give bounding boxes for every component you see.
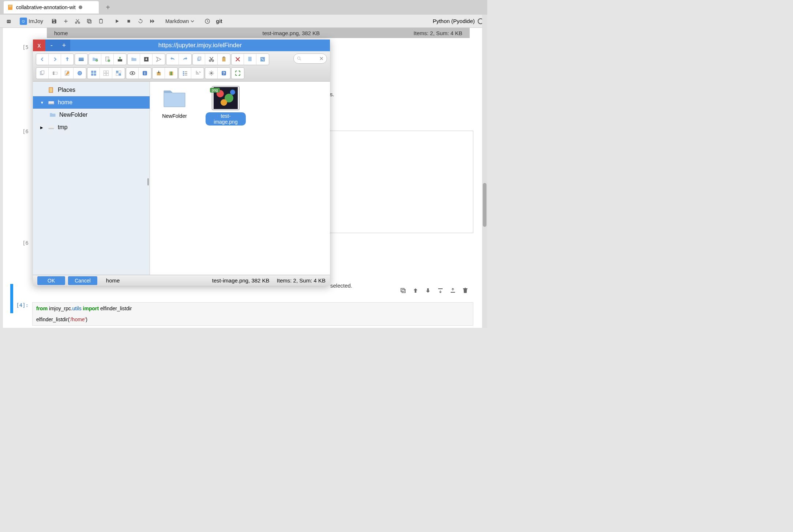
elfinder-sidebar: Places ▼ home NewFolder ▶ tmp [33,82,150,275]
cell-prompt: [6 [10,240,32,246]
hide-button[interactable] [256,54,269,65]
scrollbar-track[interactable] [482,15,487,328]
select-none-button[interactable] [100,68,112,79]
delete-button[interactable] [232,54,244,65]
places-header[interactable]: Places [33,84,150,96]
status-file: test-image.png, 382 KB [212,277,270,284]
cut-button[interactable] [72,16,83,26]
preview-button[interactable] [126,68,139,79]
move-down-button[interactable] [424,286,432,295]
tab-active[interactable]: collabrative-annotation-wit [4,1,99,14]
status-path: home [106,277,120,284]
duplicate-cell-button[interactable] [399,286,407,295]
tree-item-home[interactable]: ▼ home [33,96,150,109]
empty-button[interactable] [244,54,256,65]
tree-expand-icon[interactable]: ▶ [40,125,45,130]
paste-ef-button[interactable] [218,54,230,65]
svg-rect-23 [118,59,122,61]
up-button[interactable] [61,54,74,65]
status-summary: Items: 2, Sum: 4 KB [277,277,326,284]
fullscreen-button[interactable] [232,68,244,79]
undo-button[interactable] [166,54,179,65]
svg-rect-1 [9,5,12,6]
maximize-button[interactable]: + [58,40,70,51]
copy-button[interactable] [84,16,94,26]
archive-button[interactable] [165,68,177,79]
drive-icon [48,124,55,131]
cell-type-dropdown[interactable]: Markdown [163,18,196,24]
cancel-button[interactable]: Cancel [68,276,97,285]
run-button[interactable] [112,16,122,26]
forward-button[interactable] [49,54,61,65]
elfinder-content[interactable]: NewFolder png test-image.png [150,82,330,275]
tree-item-newfolder[interactable]: NewFolder [33,109,150,121]
svg-rect-11 [100,19,102,20]
run-all-button[interactable] [147,16,157,26]
insert-below-button[interactable] [448,286,457,295]
elfinder-dialog: x - + https://jupyter.imjoy.io/elFinder [33,40,330,286]
scrollbar-thumb[interactable] [483,183,486,227]
rename-button[interactable] [49,68,61,79]
tree-item-tmp[interactable]: ▶ tmp [33,121,150,134]
view-list-button[interactable] [179,68,191,79]
tree-expand-icon[interactable]: ▼ [40,101,45,105]
svg-rect-30 [223,57,225,58]
clear-search-button[interactable]: ✕ [319,56,324,61]
insert-above-button[interactable] [436,286,445,295]
svg-rect-50 [119,74,121,76]
new-folder-button[interactable] [89,54,101,65]
kernel-name[interactable]: Python (Pyodide) [433,18,475,24]
sort-button[interactable]: AZ [191,68,204,79]
svg-rect-73 [49,128,54,129]
info-button[interactable]: i [139,68,151,79]
obscured-status-strip: home test-image.png, 382 KB Items: 2, Su… [47,28,470,38]
stop-button[interactable] [124,16,134,26]
copy-ef-button[interactable] [193,54,205,65]
imjoy-button[interactable]: ☺ ImJoy [20,18,43,25]
select-all-button[interactable] [87,68,100,79]
download-button[interactable] [140,54,153,65]
redo-button[interactable] [179,54,191,65]
save-button[interactable] [49,16,59,26]
svg-point-33 [297,57,300,59]
move-up-button[interactable] [411,286,420,295]
cut-ef-button[interactable] [205,54,218,65]
svg-rect-69 [49,88,52,92]
robot-icon[interactable] [4,16,14,26]
svg-rect-35 [41,71,44,74]
delete-cell-button[interactable] [461,286,470,295]
add-tab-button[interactable]: + [102,2,113,13]
duplicate-button[interactable] [36,68,49,79]
clock-icon[interactable] [202,16,213,26]
upload-button[interactable] [114,54,126,65]
netmount-button[interactable] [75,54,87,65]
paste-button[interactable] [96,16,106,26]
code-cell[interactable]: from imjoy_rpc.utils import elfinder_lis… [32,302,473,326]
preferences-button[interactable] [205,68,218,79]
close-button[interactable]: x [33,40,45,51]
resize-button[interactable] [74,68,86,79]
select-invert-button[interactable] [112,68,125,79]
svg-rect-39 [91,71,93,73]
svg-point-65 [210,72,213,74]
restart-button[interactable] [135,16,146,26]
sidebar-resize-handle[interactable] [147,178,149,186]
svg-rect-14 [401,288,404,292]
git-button[interactable]: git [214,18,225,24]
minimize-button[interactable]: - [45,40,58,51]
open-button[interactable] [128,54,140,65]
help-button[interactable]: ? [218,68,230,79]
search-box[interactable]: ✕ [293,53,327,64]
dialog-titlebar[interactable]: x - + https://jupyter.imjoy.io/elFinder [33,40,330,51]
file-item-folder[interactable]: NewFolder [154,86,195,120]
add-cell-button[interactable] [61,16,71,26]
new-file-button[interactable] [101,54,114,65]
ok-button[interactable]: OK [37,276,65,285]
edit-button[interactable] [61,68,74,79]
file-item-image[interactable]: png test-image.png [206,86,246,125]
extract-button[interactable] [153,68,165,79]
cell-toolbar [399,286,470,295]
getfile-button[interactable] [153,54,165,65]
cell-prompt: [6 [10,128,32,233]
back-button[interactable] [36,54,49,65]
